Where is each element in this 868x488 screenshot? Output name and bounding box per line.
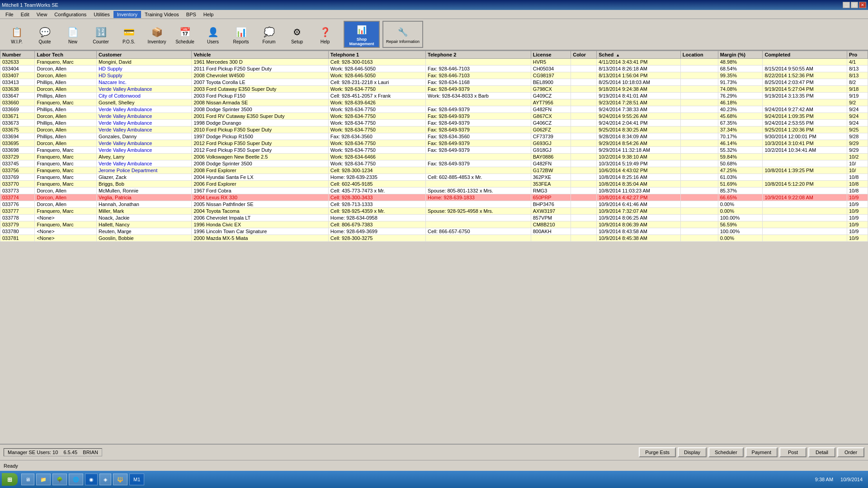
taskbar-app-7[interactable]: 🔱	[113, 474, 127, 485]
wip-button[interactable]: 📋 W.I.P.	[4, 21, 30, 48]
table-row[interactable]: 033407Dorcon, AllenHD Supply2008 Chevrol…	[0, 72, 868, 79]
table-row[interactable]: 033647Phillips, AllenCity of Cottonwood2…	[0, 93, 868, 99]
table-cell: 9/24/2014 2:04:41 PM	[597, 120, 681, 127]
detail-button[interactable]: Detail	[808, 447, 835, 457]
menu-help[interactable]: Help	[200, 11, 217, 18]
taskbar-app-4[interactable]: 🌐	[69, 474, 83, 485]
table-cell: 10/	[847, 160, 868, 167]
table-row[interactable]: 033781<None>Gooslin, Bobbie2000 Mazda MX…	[0, 235, 868, 242]
order-button[interactable]: Order	[837, 447, 864, 457]
col-color[interactable]: Color	[571, 51, 597, 59]
purge-ests-button[interactable]: Purge Ests	[639, 447, 676, 457]
table-row[interactable]: 033778<None>Noack, Jackie2006 Chevrolet …	[0, 215, 868, 221]
maximize-button[interactable]: □	[851, 2, 858, 8]
menu-bps[interactable]: BPS	[183, 11, 200, 18]
col-labor-tech[interactable]: Labor Tech	[35, 51, 97, 59]
table-row[interactable]: 033777Franquero, MarcMiller, Mark2004 To…	[0, 208, 868, 215]
help-label: Help	[321, 39, 330, 44]
table-row[interactable]: 033773Dorcon, AllenMcMullen, Ronnie1967 …	[0, 188, 868, 194]
col-pro[interactable]: Pro	[847, 51, 868, 59]
menu-inventory[interactable]: Inventory	[113, 11, 141, 18]
close-button[interactable]: ✕	[859, 2, 866, 8]
col-vehicle[interactable]: Vehicle	[192, 51, 328, 59]
table-row[interactable]: 033694Phillips, AllenGonzales, Danny1997…	[0, 133, 868, 140]
forum-button[interactable]: 💭 Forum	[256, 21, 282, 48]
col-number[interactable]: Number	[0, 51, 35, 59]
minimize-button[interactable]: _	[843, 2, 850, 8]
col-license[interactable]: License	[531, 51, 571, 59]
taskbar-mitchel[interactable]: M1	[129, 474, 144, 485]
table-row[interactable]: 033675Dorcon, AllenVerde Valley Ambulanc…	[0, 127, 868, 133]
table-row[interactable]: 033638Dorcon, AllenVerde Valley Ambulanc…	[0, 86, 868, 93]
help-button[interactable]: ❓ Help	[312, 21, 338, 48]
scheduler-button[interactable]: Scheduler	[708, 447, 744, 457]
schedule-icon: 📅	[178, 25, 192, 39]
table-row[interactable]: 033673Phillips, AllenVerde Valley Ambula…	[0, 120, 868, 127]
col-margin[interactable]: Margin (%)	[718, 51, 763, 59]
reports-button[interactable]: 📊 Reports	[228, 21, 254, 48]
table-row[interactable]: 033695Dorcon, AllenVerde Valley Ambulanc…	[0, 140, 868, 147]
table-row[interactable]: 033669Phillips, AllenVerde Valley Ambula…	[0, 106, 868, 113]
table-cell: 10/8/2014 1:39:25 PM	[763, 167, 847, 174]
table-cell: Franquero, Marc	[35, 181, 97, 188]
table-row[interactable]: 033756Franquero, MarcJerome Police Depar…	[0, 167, 868, 174]
table-row[interactable]: 033774Dorcon, AllenVeglia, Patricia2004 …	[0, 194, 868, 201]
table-row[interactable]: 033779Franquero, MarcHallett, Nancy1996 …	[0, 221, 868, 228]
table-row[interactable]: 033780<None>Reuten, Marge1996 Lincoln To…	[0, 228, 868, 235]
table-row[interactable]: 033729Franquero, MarcAlvey, Larry2006 Vo…	[0, 154, 868, 160]
table-row[interactable]: 033671Dorcon, AllenVerde Valley Ambulanc…	[0, 113, 868, 120]
shop-management-icon: 📊	[354, 23, 369, 37]
col-tel2[interactable]: Telephone 2	[425, 51, 531, 59]
taskbar-app-2[interactable]: 📁	[36, 474, 51, 485]
table-row[interactable]: 033745Franquero, MarcVerde Valley Ambula…	[0, 160, 868, 167]
start-button[interactable]: ⊞	[2, 473, 18, 486]
taskbar-app-6[interactable]: ◈	[99, 474, 111, 485]
menu-utilities[interactable]: Utilities	[90, 11, 113, 18]
menu-file[interactable]: File	[2, 11, 17, 18]
table-cell: G867CX	[531, 113, 571, 120]
table-cell: 1996 Honda Civic EX	[192, 221, 328, 228]
table-cell: 033778	[0, 215, 35, 221]
table-cell: Cell: 806-679-7383	[328, 221, 425, 228]
post-button[interactable]: Post	[779, 447, 807, 457]
table-row[interactable]: 033413Phillips, AllenNazcare Inc.2007 To…	[0, 79, 868, 86]
col-location[interactable]: Location	[680, 51, 718, 59]
taskbar-app-1[interactable]: 🖥	[21, 474, 34, 485]
quote-button[interactable]: 💬 Quote	[32, 21, 58, 48]
table-cell: Verde Valley Ambulance	[96, 113, 192, 120]
display-button[interactable]: Display	[678, 447, 707, 457]
setup-button[interactable]: ⚙ Setup	[284, 21, 310, 48]
col-customer[interactable]: Customer	[96, 51, 192, 59]
col-completed[interactable]: Completed	[763, 51, 847, 59]
table-row[interactable]: 033698Franquero, MarcVerde Valley Ambula…	[0, 147, 868, 154]
table-row[interactable]: 033769Franquero, MarcGlazer, Zack2004 Hy…	[0, 174, 868, 181]
users-button[interactable]: 👤 Users	[200, 21, 226, 48]
inventory-button[interactable]: 📦 Inventory	[144, 21, 170, 48]
menu-configurations[interactable]: Configurations	[51, 11, 90, 18]
payment-button[interactable]: Payment	[745, 447, 778, 457]
pos-button[interactable]: 💳 P.O.S.	[116, 21, 142, 48]
table-cell	[571, 72, 597, 79]
repair-information-button[interactable]: 🔧 Repair Information	[382, 21, 423, 48]
schedule-button[interactable]: 📅 Schedule	[172, 21, 198, 48]
col-tel1[interactable]: Telephone 1	[328, 51, 425, 59]
table-row[interactable]: 033776Dorcon, AllenHannah, Jonathan2005 …	[0, 201, 868, 208]
new-button[interactable]: 📄 New	[60, 21, 86, 48]
menu-view[interactable]: View	[33, 11, 51, 18]
date-display: 10/9/2014	[840, 477, 863, 482]
table-row[interactable]: 033660Franquero, MarcGosnell, Shelley200…	[0, 99, 868, 106]
table-cell: 10/9/2014 9:22:08 AM	[763, 194, 847, 201]
table-cell: Miller, Mark	[96, 208, 192, 215]
table-row[interactable]: 032633Franquero, MarcMongini, David1961 …	[0, 59, 868, 66]
table-row[interactable]: 033770Franquero, MarcBriggs, Bob2006 For…	[0, 181, 868, 188]
counter-button[interactable]: 🔢 Counter	[88, 21, 114, 48]
taskbar-app-3[interactable]: 🌳	[52, 474, 67, 485]
shop-management-button[interactable]: 📊 Shop Management	[344, 21, 380, 48]
menu-training[interactable]: Training Videos	[141, 11, 183, 18]
col-sched[interactable]: Sched ▲	[597, 51, 681, 59]
table-cell	[680, 93, 718, 99]
table-row[interactable]: 033404Dorcon, AllenHD Supply2011 Ford Pi…	[0, 66, 868, 72]
menu-edit[interactable]: Edit	[17, 11, 33, 18]
taskbar-app-5[interactable]: ◉	[85, 474, 98, 485]
table-cell: 9/24	[847, 120, 868, 127]
